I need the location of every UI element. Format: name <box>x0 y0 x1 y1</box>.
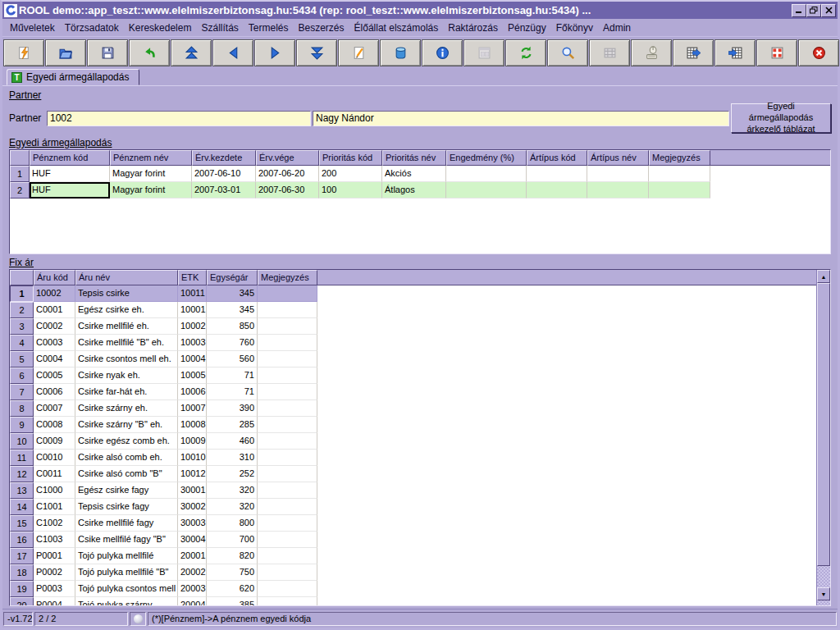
table-cell[interactable]: Tepsis csirke <box>75 285 178 302</box>
table-cell[interactable] <box>587 166 649 182</box>
table-cell[interactable]: 390 <box>207 400 258 417</box>
last-record-button[interactable] <box>296 39 337 66</box>
table-cell[interactable] <box>258 548 317 564</box>
row-header[interactable]: 5 <box>10 351 34 368</box>
table-cell[interactable]: C1001 <box>34 499 75 515</box>
table-cell[interactable]: P0002 <box>34 564 75 581</box>
row-header[interactable]: 10 <box>10 433 34 450</box>
scroll-down-button[interactable]: ▼ <box>817 587 830 600</box>
row-header[interactable]: 19 <box>10 581 34 597</box>
form-button[interactable] <box>463 39 504 66</box>
table-cell[interactable]: Csirke mellfilé eh. <box>75 318 178 335</box>
table-cell[interactable]: Csike mellfilé fagy "B" <box>75 532 178 548</box>
table-cell[interactable]: 10003 <box>178 335 207 351</box>
tab-egyedi-armegallapodas[interactable]: T Egyedi ármegállapodás <box>7 69 139 85</box>
table-cell[interactable]: 760 <box>207 335 258 351</box>
table-cell[interactable]: Magyar forint <box>110 166 192 182</box>
table-cell[interactable]: C0005 <box>34 368 75 384</box>
table-cell[interactable]: 71 <box>207 368 258 384</box>
table-cell[interactable]: Csirke mellfilé "B" eh. <box>75 335 178 351</box>
row-header[interactable]: 1 <box>10 285 34 302</box>
table-cell[interactable]: 620 <box>207 581 258 597</box>
row-header[interactable]: 18 <box>10 564 34 581</box>
table-cell[interactable]: Csirke mellfilé fagy <box>75 515 178 532</box>
exit-button[interactable] <box>798 39 839 66</box>
table-cell[interactable]: 800 <box>207 515 258 532</box>
table-cell[interactable]: Csirke szárny eh. <box>75 400 178 417</box>
row-header[interactable]: 2 <box>10 182 30 199</box>
table-cell[interactable]: 20001 <box>178 548 207 564</box>
table-cell[interactable]: C0002 <box>34 318 75 335</box>
table-cell[interactable] <box>258 318 317 335</box>
row-header[interactable]: 9 <box>10 417 34 433</box>
grid-button[interactable] <box>589 39 630 66</box>
table-cell[interactable] <box>258 433 317 450</box>
menu-item-beszerzes[interactable]: Beszerzés <box>294 21 349 35</box>
partner-code-input[interactable] <box>47 111 311 126</box>
table-cell[interactable]: 2007-06-10 <box>192 166 256 182</box>
table-cell[interactable]: Tojó pulyka mellfilé <box>75 548 178 564</box>
table-cell[interactable]: Csirke egész comb eh. <box>75 433 178 450</box>
table-cell[interactable]: 2007-06-20 <box>256 166 319 182</box>
table-cell[interactable]: 2007-06-30 <box>256 182 319 199</box>
menu-item-szallitas[interactable]: Szállítás <box>196 21 243 35</box>
partner-name-input[interactable] <box>313 111 729 126</box>
row-header[interactable]: 3 <box>10 318 34 335</box>
table-cell[interactable] <box>258 450 317 466</box>
table-cell[interactable]: Csirke alsó comb eh. <box>75 450 178 466</box>
table-cell[interactable]: Tojó pulyka mellfilé "B" <box>75 564 178 581</box>
table-cell[interactable]: 10002 <box>178 318 207 335</box>
row-header[interactable]: 2 <box>10 302 34 318</box>
column-header-etk[interactable]: ETK <box>178 270 207 285</box>
table-cell[interactable]: 10004 <box>178 351 207 368</box>
table-cell[interactable]: 200 <box>319 166 382 182</box>
table-cell[interactable]: 20003 <box>178 581 207 597</box>
vertical-scrollbar[interactable]: ▲ ▼ <box>816 270 830 605</box>
row-header[interactable]: 8 <box>10 400 34 417</box>
table-cell[interactable]: Csirke csontos mell eh. <box>75 351 178 368</box>
column-header-egysegar[interactable]: Egységár <box>207 270 258 285</box>
menu-item-fokonyv[interactable]: Főkönyv <box>551 21 598 35</box>
table-cell[interactable]: C1003 <box>34 532 75 548</box>
table-cell[interactable]: Csirke far-hát eh. <box>75 384 178 400</box>
table-cell[interactable]: C0009 <box>34 433 75 450</box>
row-header[interactable]: 14 <box>10 499 34 515</box>
table-cell[interactable] <box>258 368 317 384</box>
table-cell[interactable]: 320 <box>207 499 258 515</box>
table-cell[interactable]: 385 <box>207 597 258 606</box>
table-cell[interactable] <box>258 285 317 302</box>
first-record-button[interactable] <box>171 39 212 66</box>
table-cell[interactable] <box>446 166 527 182</box>
table-cell[interactable]: 460 <box>207 433 258 450</box>
table-cell[interactable]: C0004 <box>34 351 75 368</box>
table-cell[interactable] <box>527 166 587 182</box>
table-cell[interactable] <box>258 351 317 368</box>
table-cell[interactable]: Csirke alsó comb "B" <box>75 466 178 482</box>
table-cell[interactable]: HUF <box>30 166 110 182</box>
table-cell[interactable] <box>258 400 317 417</box>
column-header-megjegyzes[interactable]: Megjegyzés <box>258 270 317 285</box>
table-cell[interactable]: 10001 <box>178 302 207 318</box>
menu-item-penzugy[interactable]: Pénzügy <box>503 21 551 35</box>
table-cell[interactable]: Egész csirke fagy <box>75 482 178 499</box>
table-cell[interactable]: C1000 <box>34 482 75 499</box>
table-cell[interactable]: 71 <box>207 384 258 400</box>
column-header-penznem-kod[interactable]: Pénznem kód <box>30 150 110 166</box>
menu-item-muveletek[interactable]: Műveletek <box>5 21 60 35</box>
previous-record-button[interactable] <box>212 39 253 66</box>
save-button[interactable] <box>87 39 128 66</box>
row-header[interactable]: 13 <box>10 482 34 499</box>
table-cell[interactable]: 820 <box>207 548 258 564</box>
open-button[interactable] <box>45 39 86 66</box>
column-header-prioritas-kod[interactable]: Prioritás kód <box>319 150 382 166</box>
table-cell[interactable] <box>258 597 317 606</box>
table-cell[interactable] <box>587 182 649 199</box>
column-header-megjegyzes[interactable]: Megjegyzés <box>649 150 710 166</box>
table-cell[interactable]: C0006 <box>34 384 75 400</box>
table-cell[interactable]: C0010 <box>34 450 75 466</box>
column-header-aru-nev[interactable]: Áru név <box>75 270 178 285</box>
table-cell[interactable]: 750 <box>207 564 258 581</box>
menu-item-raktarozas[interactable]: Raktározás <box>443 21 503 35</box>
table-cell[interactable] <box>649 166 710 182</box>
table-cell[interactable]: 10005 <box>178 368 207 384</box>
